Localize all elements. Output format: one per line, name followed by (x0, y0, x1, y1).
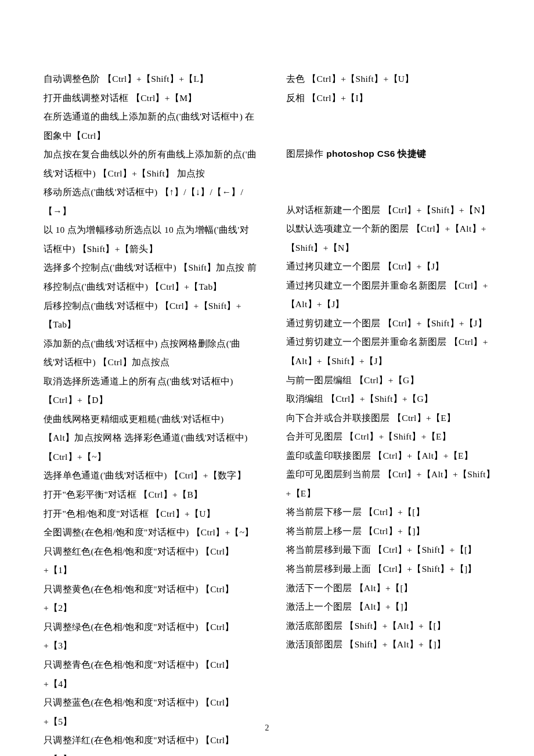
shortcut-line: 只调整黄色(在色相/饱和度"对话框中) 【Ctrl】+【2】 (44, 580, 257, 618)
section-spacer (286, 107, 500, 145)
shortcut-line: 在所选通道的曲线上添加新的点('曲线'对话框中) 在图象中【Ctrl】 (44, 107, 257, 145)
shortcut-line: 打开曲线调整对话框 【Ctrl】+【M】 (44, 89, 257, 108)
section-heading: 图层操作 photoshop CS6 快捷键 (286, 145, 500, 164)
shortcut-line: 将当前层下移一层 【Ctrl】+【[】 (286, 503, 500, 522)
shortcut-line: 取消编组 【Ctrl】+【Shift】+【G】 (286, 390, 500, 409)
shortcut-line: 与前一图层编组 【Ctrl】+【G】 (286, 371, 500, 390)
shortcut-line: 选择单色通道('曲线'对话框中) 【Ctrl】+【数字】 (44, 466, 257, 485)
shortcut-line: 盖印可见图层到当前层 【Ctrl】+【Alt】+【Shift】+【E】 (286, 465, 500, 503)
shortcut-line: 合并可见图层 【Ctrl】+【Shift】+【E】 (286, 427, 500, 447)
shortcut-line: 通过剪切建立一个图层 【Ctrl】+【Shift】+【J】 (286, 314, 500, 333)
shortcut-line: 通过剪切建立一个图层并重命名新图层 【Ctrl】+【Alt】+【Shift】+【… (286, 333, 500, 370)
shortcut-line: 打开"色相/饱和度"对话框 【Ctrl】+【U】 (44, 505, 257, 524)
left-column: 自动调整色阶 【Ctrl】+【Shift】+【L】 打开曲线调整对话框 【Ctr… (44, 70, 257, 756)
shortcut-line: 激活顶部图层 【Shift】+【Alt】+【]】 (286, 635, 500, 654)
shortcut-line: 去色 【Ctrl】+【Shift】+【U】 (286, 70, 500, 89)
shortcut-line: 激活底部图层 【Shift】+【Alt】+【[】 (286, 617, 500, 636)
shortcut-line: 激活下一个图层 【Alt】+【[】 (286, 579, 500, 598)
shortcut-line: 从对话框新建一个图层 【Ctrl】+【Shift】+【N】 (286, 201, 500, 220)
heading-prefix: 图层操作 (286, 149, 324, 159)
shortcut-line: 取消选择所选通道上的所有点('曲线'对话框中) 【Ctrl】+【D】 (44, 372, 257, 410)
document-page: 自动调整色阶 【Ctrl】+【Shift】+【L】 打开曲线调整对话框 【Ctr… (0, 0, 534, 756)
shortcut-line: 移动所选点('曲线'对话框中) 【↑】/【↓】/【←】/【→】 (44, 183, 257, 221)
shortcut-line: 将当前层上移一层 【Ctrl】+【]】 (286, 522, 500, 541)
right-column: 去色 【Ctrl】+【Shift】+【U】 反相 【Ctrl】+【I】 图层操作… (286, 70, 500, 756)
heading-bold: photoshop CS6 快捷键 (324, 149, 427, 159)
shortcut-line: 将当前层移到最下面 【Ctrl】+【Shift】+【[】 (286, 541, 500, 560)
shortcut-line: 只调整绿色(在色相/饱和度"对话框中) 【Ctrl】+【3】 (44, 618, 257, 656)
shortcut-line: 激活上一个图层 【Alt】+【]】 (286, 597, 500, 617)
shortcut-line: 盖印或盖印联接图层 【Ctrl】+【Alt】+【E】 (286, 447, 500, 466)
shortcut-line: 只调整红色(在色相/饱和度"对话框中) 【Ctrl】+【1】 (44, 542, 257, 580)
shortcut-line: 反相 【Ctrl】+【I】 (286, 89, 500, 108)
shortcut-line: 向下合并或合并联接图层 【Ctrl】+【E】 (286, 409, 500, 428)
shortcut-line: 只调整青色(在色相/饱和度"对话框中) 【Ctrl】+【4】 (44, 656, 257, 693)
shortcut-line: 只调整洋红(在色相/饱和度"对话框中) 【Ctrl】+【6】 (44, 731, 257, 756)
shortcut-line: 将当前层移到最上面 【Ctrl】+【Shift】+【]】 (286, 560, 500, 579)
shortcut-line: 通过拷贝建立一个图层 【Ctrl】+【J】 (286, 257, 500, 276)
shortcut-line: 以 10 点为增幅移动所选点以 10 点为增幅('曲线'对话框中) 【Shift… (44, 221, 257, 258)
shortcut-line: 使曲线网格更精细或更粗糙('曲线'对话框中) 【Alt】加点按网格 选择彩色通道… (44, 410, 257, 467)
section-spacer (286, 164, 500, 201)
shortcut-line: 通过拷贝建立一个图层并重命名新图层 【Ctrl】+【Alt】+【J】 (286, 276, 500, 314)
shortcut-line: 选择多个控制点('曲线'对话框中) 【Shift】加点按 前移控制点('曲线'对… (44, 258, 257, 296)
shortcut-line: 自动调整色阶 【Ctrl】+【Shift】+【L】 (44, 70, 257, 89)
page-number: 2 (0, 723, 534, 733)
shortcut-line: 全图调整(在色相/饱和度"对话框中) 【Ctrl】+【~】 (44, 523, 257, 542)
shortcut-line: 加点按在复合曲线以外的所有曲线上添加新的点('曲线'对话框中) 【Ctrl】+【… (44, 145, 257, 183)
shortcut-line: 后移控制点('曲线'对话框中) 【Ctrl】+【Shift】+【Tab】 (44, 297, 257, 334)
shortcut-line: 以默认选项建立一个新的图层 【Ctrl】+【Alt】+【Shift】+【N】 (286, 219, 500, 257)
column-container: 自动调整色阶 【Ctrl】+【Shift】+【L】 打开曲线调整对话框 【Ctr… (44, 70, 499, 756)
shortcut-line: 添加新的点('曲线'对话框中) 点按网格删除点('曲线'对话框中) 【Ctrl】… (44, 334, 257, 372)
shortcut-line: 打开"色彩平衡"对话框 【Ctrl】+【B】 (44, 485, 257, 505)
